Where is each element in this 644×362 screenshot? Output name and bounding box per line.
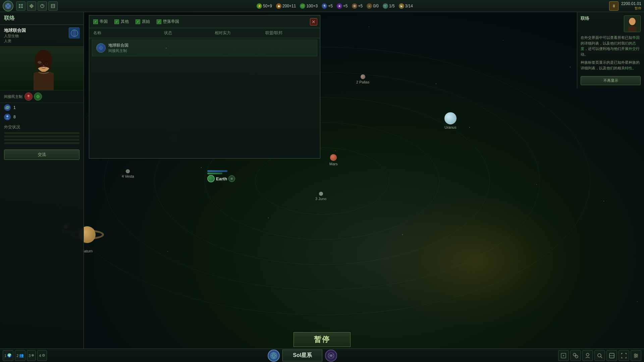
svg-point-27 <box>37 96 39 97</box>
panel-title: 联络 <box>0 12 84 25</box>
table-row[interactable]: 地球联合国 间接民主制 - <box>92 40 317 56</box>
date-display: 2200.01.01 暂停 <box>621 1 641 11</box>
col-name: 名称 <box>93 30 144 36</box>
empire-flag[interactable] <box>69 27 79 38</box>
planet-stat-icon <box>4 104 11 111</box>
mars-circle <box>330 154 337 161</box>
galaxy-view-icon[interactable] <box>325 350 337 362</box>
dialog-close-button[interactable]: ✕ <box>310 18 317 25</box>
production-value: +5 <box>358 4 363 8</box>
filter-fallen[interactable]: ✓ 堕落帝国 <box>157 19 179 24</box>
minimap-icon[interactable] <box>558 350 569 361</box>
earth-row[interactable]: Earth ⊕ <box>207 175 235 182</box>
contacts-icon-btn[interactable] <box>582 350 593 361</box>
influence-icon: ★ <box>337 3 342 9</box>
energy-icon: ⚡ <box>257 3 262 9</box>
queue-icon-3: ❄ <box>31 353 34 358</box>
gov-icon-red[interactable] <box>24 93 33 101</box>
leader-figure <box>27 48 57 88</box>
highlight-attitude: 态度 <box>581 41 636 51</box>
left-panel: 联络 地球联合国 人型生物 人类 <box>0 12 84 362</box>
unity-value: 3/14 <box>405 4 413 8</box>
diplo-bar-1 <box>4 132 79 134</box>
tb-icon-3[interactable] <box>38 1 47 11</box>
bottom-right <box>558 350 641 361</box>
queue-icon-4: ⚙ <box>42 353 45 358</box>
settings-icon-btn[interactable] <box>631 350 641 361</box>
empire-type: 人型生物 <box>4 34 66 39</box>
gov-icon-green[interactable] <box>34 93 42 101</box>
top-bar-icons <box>16 1 58 11</box>
filter-empires[interactable]: ✓ 帝国 <box>93 19 108 24</box>
juno-body[interactable]: 3 Juno <box>315 192 326 201</box>
influence-resource: ★ +5 <box>337 3 348 9</box>
exchange-button[interactable]: 交流 <box>4 149 79 160</box>
info-description: 在外交界面中可以查看所有已知帝国的详细列表，以及他们对我们的态度，还可以便利地与… <box>581 35 641 57</box>
row-empire-icon <box>96 43 106 53</box>
filter-primitives[interactable]: ✓ 原始 <box>136 19 150 24</box>
diplomacy-icon-btn[interactable] <box>570 350 581 361</box>
mars-body[interactable]: Mars <box>329 154 337 166</box>
dialog-filters: ✓ 帝国 ✓ 其他 ✓ 原始 ✓ 堕落帝国 <box>89 15 320 28</box>
consumer-resource: 🛒 1/5 <box>383 3 395 9</box>
queue-item-1[interactable]: 1 🌍 <box>3 350 13 361</box>
system-view-icon[interactable] <box>268 350 280 362</box>
queue-item-4[interactable]: 4 ⚙ <box>37 350 47 361</box>
svg-point-25 <box>38 61 42 64</box>
pause-button[interactable]: ⏸ <box>609 1 619 11</box>
pop-stat-icon <box>4 114 11 120</box>
government-text: 间接民主制 <box>4 94 22 99</box>
government-icons <box>24 93 42 101</box>
row-status: - <box>166 46 215 50</box>
contacts-dialog: ✕ ✓ 帝国 ✓ 其他 ✓ 原始 ✓ 堕落帝国 名称 状态 相对实力 联盟/联邦 <box>89 15 320 159</box>
col-alliance: 联盟/联邦 <box>265 30 316 36</box>
tb-icon-1[interactable] <box>16 1 25 11</box>
empire-species: 人类 <box>4 39 66 44</box>
no-show-button[interactable]: 不再显示 <box>581 76 641 85</box>
table-header: 名称 状态 相对实力 联盟/联邦 <box>89 28 320 38</box>
vesta-body[interactable]: 4 Vesta <box>122 169 134 178</box>
earth-bar-blue <box>207 170 227 172</box>
tb-icon-4[interactable] <box>48 1 58 11</box>
system-name-box[interactable]: Sol星系 <box>282 350 322 361</box>
svg-rect-7 <box>21 6 23 8</box>
highlight-traits: 特性 <box>625 66 632 70</box>
filter-others[interactable]: ✓ 其他 <box>114 19 129 24</box>
leader-portrait[interactable] <box>0 47 84 90</box>
diplo-bar-3 <box>4 139 79 141</box>
frame-icon-btn[interactable] <box>619 350 629 361</box>
queue-icon-1: 🌍 <box>7 353 12 358</box>
vesta-label: 4 Vesta <box>122 174 134 178</box>
tb-icon-2[interactable] <box>27 1 36 11</box>
minerals-value: 200+11 <box>282 4 296 8</box>
svg-line-54 <box>601 357 602 358</box>
svg-rect-6 <box>19 6 20 8</box>
svg-point-61 <box>636 355 637 356</box>
svg-point-48 <box>563 355 564 356</box>
uranus-label: Uranus <box>444 125 456 129</box>
empire-icon[interactable] <box>3 1 13 11</box>
svg-point-24 <box>46 63 47 64</box>
uranus-body[interactable]: Uranus <box>444 112 457 129</box>
zoom-icon-btn[interactable] <box>606 350 617 361</box>
right-info-panel: 联络 在外交界面中可以查看所有已知帝国的详细列表，以及他们对我们的态度，还可以便… <box>577 12 644 88</box>
mars-label: Mars <box>329 162 337 166</box>
svg-point-53 <box>598 354 601 357</box>
alloys-value: 0/0 <box>373 4 379 8</box>
resource-bar: ⚡ 50+9 ◆ 200+11 🌿 100+3 ⚗ +5 ★ +5 ⚙ +5 ⚔… <box>60 3 609 9</box>
row-empire-name: 地球联合国 <box>108 43 128 48</box>
pause-label: 暂停 <box>621 6 641 11</box>
svg-point-62 <box>635 356 636 358</box>
pallas-body[interactable]: 2 Pallas <box>356 74 369 84</box>
info-panel-title: 联络 <box>581 15 589 21</box>
svg-line-51 <box>575 355 577 357</box>
search-icon-btn[interactable] <box>594 350 605 361</box>
food-resource: 🌿 100+3 <box>300 3 318 9</box>
pause-overlay: 暂停 <box>293 332 351 347</box>
earth-indicator[interactable]: Earth ⊕ <box>207 170 235 182</box>
queue-item-3[interactable]: 3 ❄ <box>27 350 36 361</box>
uranus-circle <box>444 112 457 124</box>
queue-item-2[interactable]: 2 👥 <box>15 350 25 361</box>
info-avatar <box>624 15 641 32</box>
filter-others-label: 其他 <box>121 19 129 24</box>
